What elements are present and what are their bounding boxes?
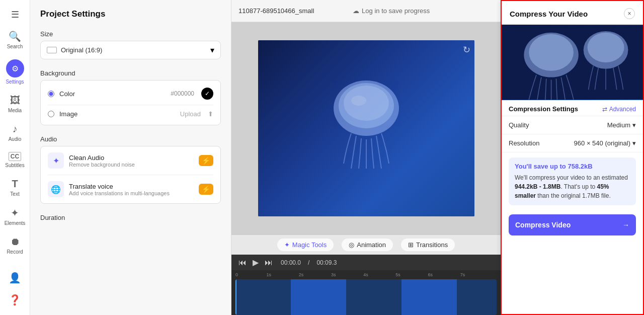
text-icon: T [12, 178, 18, 190]
size-dropdown[interactable]: Original (16:9) ▾ [40, 41, 221, 59]
color-swatch[interactable] [201, 88, 213, 100]
sidebar-item-text[interactable]: T Text [0, 173, 30, 202]
track-thumbnails [235, 279, 497, 315]
rotate-icon[interactable]: ↻ [463, 44, 470, 55]
translate-title: Translate voice [69, 183, 194, 190]
sidebar-label-record: Record [7, 249, 23, 255]
savings-description: We'll compress your video to an estimate… [515, 173, 630, 200]
advanced-label: Advanced [609, 106, 636, 113]
background-section-label: Background [30, 64, 231, 80]
image-radio[interactable] [48, 111, 54, 117]
compress-close-button[interactable]: × [624, 8, 635, 19]
color-option[interactable]: Color #000000 [41, 83, 220, 105]
ruler-6s: 6s [428, 272, 433, 277]
image-option[interactable]: Image Upload ⬆ [41, 105, 220, 123]
sidebar-label-settings: Settings [6, 79, 24, 85]
settings-panel: Project Settings Size Original (16:9) ▾ … [30, 0, 231, 315]
compress-preview-image [502, 25, 643, 100]
canvas-area: ↻ [231, 22, 501, 234]
sidebar-item-search[interactable]: 🔍 Search [0, 25, 30, 54]
compress-preview [502, 25, 643, 100]
ruler-2s: 2s [299, 272, 304, 277]
color-hex: #000000 [171, 90, 194, 97]
quality-dropdown[interactable]: Medium ▾ [607, 121, 636, 129]
settings-icon-circle: ⚙ [6, 59, 24, 77]
sidebar-label-audio: Audio [9, 136, 22, 142]
audio-icon: ♪ [13, 123, 18, 135]
size-section-label: Size [30, 25, 231, 41]
current-time: 00:00.0 [281, 259, 301, 266]
upload-icon: ⬆ [208, 110, 213, 118]
color-label: Color [59, 90, 75, 98]
resolution-value: 960 × 540 (original) [574, 139, 630, 147]
sidebar-item-record[interactable]: ⏺ Record [0, 231, 30, 260]
upload-button[interactable]: Upload [180, 110, 201, 118]
compression-settings-title: Compression Settings [509, 105, 578, 113]
sidebar-item-help[interactable]: ❓ [0, 289, 30, 311]
ruler-4s: 4s [363, 272, 368, 277]
media-icon: 🖼 [10, 95, 20, 106]
playhead [235, 279, 236, 315]
magic-tools-button[interactable]: ✦ Magic Tools [277, 239, 334, 251]
hamburger-icon: ☰ [11, 9, 19, 20]
sidebar-item-media[interactable]: 🖼 Media [0, 90, 30, 118]
video-canvas[interactable]: ↻ [258, 40, 474, 216]
canvas-toolbar: ✦ Magic Tools ◎ Animation ⊞ Transitions [231, 234, 501, 255]
total-time: 00:09.3 [316, 259, 337, 266]
resolution-label: Resolution [509, 139, 539, 147]
sidebar-item-subtitles[interactable]: CC Subtitles [0, 147, 30, 173]
sidebar-label-media: Media [8, 108, 22, 113]
aspect-ratio-icon [47, 47, 57, 53]
clean-audio-icon: ✦ [48, 152, 64, 169]
quality-value: Medium [607, 121, 630, 129]
compress-btn-label: Compress Video [515, 221, 571, 229]
skip-forward-button[interactable]: ⏭ [264, 258, 274, 267]
timeline-controls: ⏮ ▶ ⏭ 00:00.0 / 00:09.3 [231, 255, 501, 270]
magic-tools-icon: ✦ [284, 241, 290, 249]
clean-audio-item[interactable]: ✦ Clean Audio Remove background noise ⚡ [41, 146, 220, 175]
sidebar-item-settings[interactable]: ⚙ Settings [0, 54, 30, 90]
play-button[interactable]: ▶ [252, 258, 260, 267]
resolution-dropdown[interactable]: 960 × 540 (original) ▾ [574, 139, 636, 147]
savings-box: You'll save up to 758.2kB We'll compress… [509, 158, 636, 205]
save-progress-button[interactable]: ☁ Log in to save progress [353, 7, 430, 15]
compress-video-button[interactable]: Compress Video → [509, 214, 636, 235]
transitions-icon: ⊞ [408, 241, 414, 249]
menu-button[interactable]: ☰ [0, 4, 30, 25]
sidebar-item-audio[interactable]: ♪ Audio [0, 118, 30, 147]
translate-badge: ⚡ [199, 184, 213, 195]
color-radio[interactable] [48, 91, 54, 97]
settings-icon: ⚙ [12, 64, 19, 73]
skip-back-button[interactable]: ⏮ [237, 258, 248, 267]
quality-label: Quality [509, 121, 529, 129]
transitions-button[interactable]: ⊞ Transitions [401, 239, 455, 251]
community-icon: 👤 [9, 272, 21, 284]
size-value: Original (16:9) [47, 46, 102, 54]
timeline-track[interactable] [235, 279, 497, 315]
magic-tools-label: Magic Tools [292, 241, 327, 249]
clean-audio-text: Clean Audio Remove background noise [69, 154, 194, 168]
translate-voice-item[interactable]: 🌐 Translate voice Add voice translations… [41, 175, 220, 203]
image-label: Image [59, 110, 77, 118]
ruler-5s: 5s [395, 272, 400, 277]
top-bar: 110877-689510466_small ☁ Log in to save … [231, 0, 501, 22]
animation-button[interactable]: ◎ Animation [342, 239, 393, 251]
transitions-label: Transitions [416, 241, 448, 249]
savings-text-3: than the original 1.7MB file. [536, 192, 611, 199]
savings-text-2: . That's up to [560, 183, 597, 190]
ruler-0: 0 [235, 272, 238, 277]
ruler-1s: 1s [267, 272, 272, 277]
advanced-button[interactable]: ⇄ Advanced [602, 106, 636, 113]
help-icon: ❓ [9, 294, 21, 306]
sidebar-label-subtitles: Subtitles [5, 163, 24, 168]
sliders-icon: ⇄ [602, 106, 607, 113]
compress-header: Compress Your Video × [502, 1, 643, 25]
cloud-icon: ☁ [353, 7, 359, 15]
sidebar-item-community[interactable]: 👤 [0, 267, 30, 289]
sidebar-label-text: Text [10, 191, 19, 197]
sidebar-label-search: Search [7, 44, 23, 49]
translate-subtitle: Add voice translations in multi-language… [69, 190, 194, 196]
compress-title: Compress Your Video [510, 10, 588, 18]
clean-audio-subtitle: Remove background noise [69, 162, 194, 168]
sidebar-item-elements[interactable]: ✦ Elements [0, 202, 30, 231]
